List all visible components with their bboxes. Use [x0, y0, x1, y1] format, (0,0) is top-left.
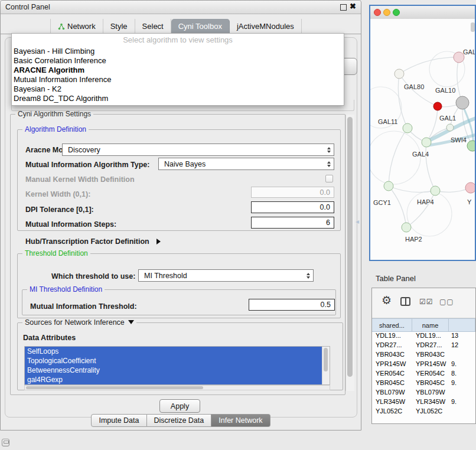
network-node[interactable]	[467, 141, 475, 151]
algorithm-option[interactable]: Basic Correlation Inference	[12, 56, 344, 66]
attribute-item-selected[interactable]: BetweennessCentrality	[25, 366, 322, 375]
tab-jactivemnodules[interactable]: jActiveMNodules	[230, 19, 302, 34]
attributes-vscrollbar-thumb[interactable]	[324, 348, 328, 371]
table-row[interactable]: YBR043CYBR043C	[372, 350, 475, 359]
hub-factor-expander[interactable]: Hub/Transcription Factor Definition	[25, 236, 161, 246]
table-cell: YDR27...	[372, 340, 412, 350]
tab-impute-data[interactable]: Impute Data	[91, 414, 146, 427]
which-threshold-select[interactable]: MI Threshold	[138, 269, 314, 282]
table-row[interactable]: YBL079WYBL079W	[372, 387, 475, 397]
network-node-label: GAL	[463, 48, 475, 56]
attribute-item-selected[interactable]: SelfLoops	[25, 347, 322, 356]
mi-type-select[interactable]: Naive Bayes	[158, 158, 334, 170]
combo-arrows-icon	[327, 147, 331, 153]
table-row[interactable]: YDR27...YDR27...12	[372, 340, 475, 350]
algorithm-option[interactable]: Bayesian - K2	[12, 84, 344, 94]
network-canvas[interactable]: GALGAL80GAL10GAL11GAL1SWI4GAL4GCY1HAP4YH…	[370, 19, 475, 260]
tab-infer-network[interactable]: Infer Network	[211, 414, 270, 427]
mi-threshold-value: 0.5	[321, 301, 331, 309]
attribute-item-selected[interactable]: gal4RGexp	[25, 375, 322, 384]
sources-group-title[interactable]: Sources for Network Inference	[22, 318, 136, 327]
table-cell: YLR345W	[412, 397, 449, 406]
column-header-shared-name[interactable]: shared...	[372, 319, 412, 331]
network-node[interactable]	[403, 123, 412, 133]
gear-icon[interactable]: ⚙	[382, 294, 392, 307]
dpi-tolerance-value: 0.0	[320, 203, 330, 211]
table-row[interactable]: YPR145WYPR145W9.	[372, 359, 475, 369]
select-all-rows-icon[interactable]: ☑☑	[419, 298, 433, 306]
algorithm-option[interactable]: Mutual Information Inference	[12, 75, 344, 84]
network-node[interactable]	[402, 223, 411, 232]
maximize-traffic-light[interactable]	[393, 9, 400, 16]
settings-scrollbar[interactable]	[345, 115, 354, 391]
table-row[interactable]: YDL19...YDL19...13	[372, 331, 475, 340]
attribute-item-selected[interactable]: TopologicalCoefficient	[25, 356, 322, 366]
window-title: Control Panel	[5, 3, 50, 11]
network-node[interactable]	[431, 186, 440, 195]
apply-button[interactable]: Apply	[159, 399, 200, 413]
table-cell: 9.	[449, 397, 475, 406]
combo-arrows-icon	[327, 161, 331, 167]
table-cell: 8.	[449, 369, 475, 378]
table-row[interactable]: YJL052CYJL052C	[372, 406, 475, 416]
tab-select[interactable]: Select	[135, 19, 171, 34]
algorithm-option[interactable]: Dream8 DC_TDC Algorithm	[12, 94, 344, 103]
attributes-hscrollbar[interactable]	[24, 385, 330, 390]
tab-label: Style	[110, 22, 128, 31]
columns-icon[interactable]	[400, 297, 410, 306]
restore-panel-mini-button[interactable]	[2, 439, 9, 446]
dpi-tolerance-field[interactable]: 0.0	[251, 201, 334, 213]
table-row[interactable]: YER054CYER054C8.	[372, 369, 475, 378]
data-attributes-label: Data Attributes	[23, 334, 76, 342]
algorithm-option-highlighted[interactable]: ARACNE Algorithm	[12, 66, 344, 75]
dpi-tolerance-label: DPI Tolerance [0,1]:	[25, 206, 94, 214]
manual-kernel-checkbox[interactable]	[325, 175, 333, 182]
network-node[interactable]	[384, 181, 393, 191]
network-window-titlebar[interactable]	[370, 6, 475, 19]
control-panel-window: Control Panel ✖ Network Style Select	[0, 0, 361, 431]
aracne-mode-select[interactable]: Discovery	[62, 144, 334, 156]
tab-network[interactable]: Network	[50, 19, 103, 34]
table-panel-title: Table Panel	[376, 274, 416, 283]
network-canvas-svg[interactable]: GALGAL80GAL10GAL11GAL1SWI4GAL4GCY1HAP4YH…	[370, 19, 475, 260]
network-node-label: HAP4	[417, 198, 434, 206]
attributes-hscrollbar-thumb[interactable]	[26, 386, 203, 389]
table-cell: 13	[449, 331, 475, 340]
dropdown-prompt: Select algorithm to view settings	[12, 34, 344, 47]
network-node[interactable]	[446, 124, 454, 131]
mi-threshold-field[interactable]: 0.5	[249, 299, 335, 311]
close-traffic-light[interactable]	[374, 9, 381, 16]
data-attributes-list[interactable]: SelfLoops TopologicalCoefficient Between…	[24, 346, 330, 385]
mi-type-value: Naive Bayes	[164, 160, 206, 168]
algorithm-option[interactable]: Bayesian - Hill Climbing	[12, 47, 344, 56]
attributes-vscrollbar[interactable]	[322, 347, 330, 384]
table-row[interactable]: YLR345WYLR345W9.	[372, 397, 475, 406]
close-icon[interactable]: ✖	[350, 2, 356, 11]
network-scrollbar-nub[interactable]	[471, 22, 475, 32]
splitter-arrow-icon[interactable]: ◂	[356, 217, 359, 226]
threshold-definition-title: Threshold Definition	[22, 249, 90, 257]
network-node[interactable]	[395, 69, 404, 79]
float-window-icon[interactable]	[340, 4, 347, 11]
deselect-all-rows-icon[interactable]: ▢▢	[439, 298, 454, 306]
tab-cyni-toolbox[interactable]: Cyni Toolbox	[171, 19, 230, 34]
kernel-width-value: 0.0	[320, 188, 330, 197]
kernel-width-field[interactable]: 0.0	[251, 187, 334, 198]
apply-button-label: Apply	[171, 402, 189, 410]
which-threshold-value: MI Threshold	[144, 272, 187, 280]
minimize-traffic-light[interactable]	[383, 9, 390, 16]
column-header-partial[interactable]	[449, 319, 475, 331]
mi-steps-field[interactable]: 6	[251, 217, 334, 229]
network-node[interactable]	[465, 182, 475, 193]
tab-style[interactable]: Style	[103, 19, 135, 34]
column-header-name[interactable]: name	[412, 319, 449, 331]
network-node[interactable]	[422, 138, 431, 147]
network-node[interactable]	[456, 96, 469, 109]
tab-discretize-data[interactable]: Discretize Data	[147, 414, 212, 427]
table-row[interactable]: YBR045CYBR045C9.	[372, 378, 475, 387]
table-cell	[449, 387, 475, 397]
network-node[interactable]	[433, 102, 442, 110]
network-node-label: GAL4	[412, 151, 429, 158]
network-node-label: GAL11	[378, 118, 397, 125]
settings-scrollbar-thumb[interactable]	[347, 117, 353, 377]
